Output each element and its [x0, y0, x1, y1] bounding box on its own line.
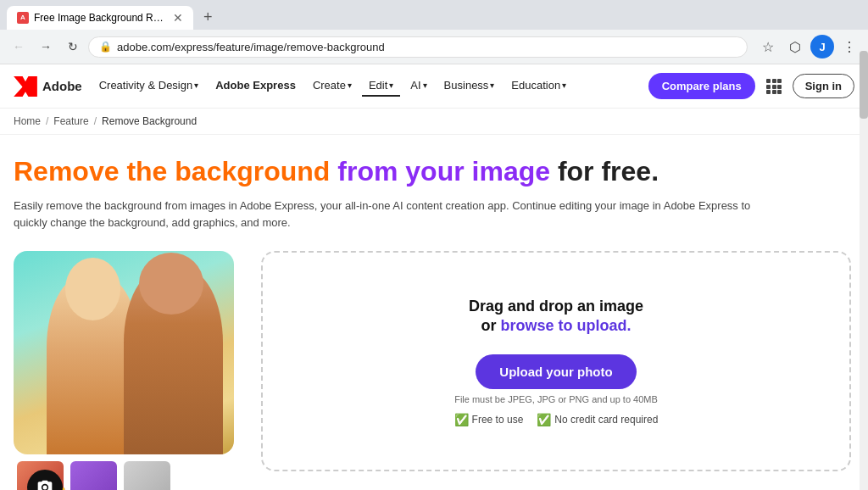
address-text: adobe.com/express/feature/image/remove-b… [117, 41, 737, 53]
ai-nav[interactable]: AI ▾ [403, 75, 433, 97]
free-to-use-label: Free to use [472, 414, 524, 426]
forward-button[interactable]: → [34, 35, 58, 58]
adobe-express-nav[interactable]: Adobe Express [209, 75, 303, 97]
upload-button[interactable]: Upload your photo [476, 354, 636, 389]
svg-rect-1 [772, 79, 776, 83]
svg-rect-7 [772, 90, 776, 94]
upload-badges: ✅ Free to use ✅ No credit card required [454, 413, 659, 426]
upload-panel: Drag and drop an image or browse to uplo… [261, 251, 851, 471]
nav-links: Creativity & Design ▾ Adobe Express Crea… [92, 75, 642, 97]
title-black: for free. [558, 156, 659, 187]
hero-description: Easily remove the background from images… [14, 198, 776, 231]
breadcrumb-separator: / [94, 115, 97, 127]
compare-plans-button[interactable]: Compare plans [648, 73, 755, 99]
person-2 [124, 268, 223, 455]
tab-close-button[interactable]: ✕ [173, 11, 183, 25]
chevron-down-icon: ▾ [348, 81, 352, 90]
free-to-use-badge: ✅ Free to use [454, 413, 524, 426]
breadcrumb-current: Remove Background [102, 115, 197, 127]
svg-rect-5 [777, 85, 782, 89]
thumbnail-3[interactable] [124, 461, 170, 490]
tab-bar: A Free Image Background Remo... ✕ + [0, 0, 868, 30]
back-button[interactable]: ← [7, 35, 31, 58]
person-2-head [139, 253, 203, 315]
security-icon: 🔒 [99, 41, 112, 53]
upload-note: File must be JPEG, JPG or PNG and up to … [454, 394, 658, 404]
adobe-logo-icon [14, 76, 37, 97]
edit-nav[interactable]: Edit ▾ [362, 75, 400, 97]
check-icon-2: ✅ [537, 413, 551, 426]
active-tab[interactable]: A Free Image Background Remo... ✕ [7, 6, 193, 30]
bookmark-button[interactable]: ☆ [756, 35, 780, 58]
refresh-button[interactable]: ↻ [61, 35, 85, 58]
browse-link[interactable]: browse to upload. [500, 317, 631, 334]
upload-title: Drag and drop an image or browse to uplo… [469, 297, 643, 337]
browser-nav-bar: ← → ↻ 🔒 adobe.com/express/feature/image/… [0, 30, 868, 64]
content-area: 👆 Drag and drop an image or browse to up… [14, 251, 851, 490]
breadcrumb-home[interactable]: Home [14, 115, 41, 127]
tab-title: Free Image Background Remo... [34, 12, 164, 24]
breadcrumb-separator: / [46, 115, 48, 127]
business-nav[interactable]: Business ▾ [437, 75, 502, 97]
svg-rect-6 [766, 90, 771, 94]
tab-favicon: A [17, 12, 29, 24]
title-orange: Remove the background [14, 156, 330, 187]
apps-grid-icon[interactable] [762, 75, 786, 98]
svg-rect-0 [766, 79, 771, 83]
svg-rect-2 [777, 79, 782, 83]
sign-in-button[interactable]: Sign in [793, 74, 854, 98]
chevron-down-icon: ▾ [562, 81, 566, 90]
demo-image [14, 251, 234, 454]
breadcrumb: Home / Feature / Remove Background [0, 109, 868, 135]
chevron-down-icon: ▾ [194, 81, 198, 90]
adobe-logo[interactable]: Adobe [14, 76, 82, 97]
menu-button[interactable]: ⋮ [837, 35, 861, 58]
browser-chrome: A Free Image Background Remo... ✕ + ← → … [0, 0, 868, 64]
check-icon-1: ✅ [454, 413, 469, 426]
address-bar[interactable]: 🔒 adobe.com/express/feature/image/remove… [88, 36, 748, 58]
scrollbar[interactable] [860, 51, 868, 490]
svg-rect-8 [777, 90, 782, 94]
no-credit-card-label: No credit card required [554, 414, 658, 426]
scrollbar-thumb[interactable] [860, 51, 868, 119]
title-purple: from your image [337, 156, 550, 187]
extensions-button[interactable]: ⬡ [783, 35, 807, 58]
camera-icon [36, 479, 53, 490]
creativity-design-nav[interactable]: Creativity & Design ▾ [92, 75, 206, 97]
chevron-down-icon: ▾ [389, 81, 393, 90]
breadcrumb-feature[interactable]: Feature [53, 115, 88, 127]
main-content: Remove the background from your image fo… [0, 135, 865, 490]
browser-nav-icons: ☆ ⬡ J ⋮ [756, 35, 861, 58]
chevron-down-icon: ▾ [490, 81, 494, 90]
profile-button[interactable]: J [810, 35, 834, 58]
page-title: Remove the background from your image fo… [14, 155, 851, 187]
person-1-head [65, 258, 121, 320]
thumbnail-2[interactable] [70, 461, 117, 490]
create-nav[interactable]: Create ▾ [306, 75, 359, 97]
svg-rect-3 [766, 85, 771, 89]
svg-rect-4 [772, 85, 776, 89]
adobe-brand-text: Adobe [42, 79, 82, 93]
website: Adobe Creativity & Design ▾ Adobe Expres… [0, 64, 868, 490]
nav-right-area: Sign in [762, 74, 854, 98]
new-tab-button[interactable]: + [197, 5, 220, 30]
chevron-down-icon: ▾ [423, 81, 427, 90]
education-nav[interactable]: Education ▾ [504, 75, 573, 97]
no-credit-card-badge: ✅ No credit card required [537, 413, 658, 426]
image-panel: 👆 [14, 251, 234, 490]
site-navbar: Adobe Creativity & Design ▾ Adobe Expres… [0, 64, 868, 109]
